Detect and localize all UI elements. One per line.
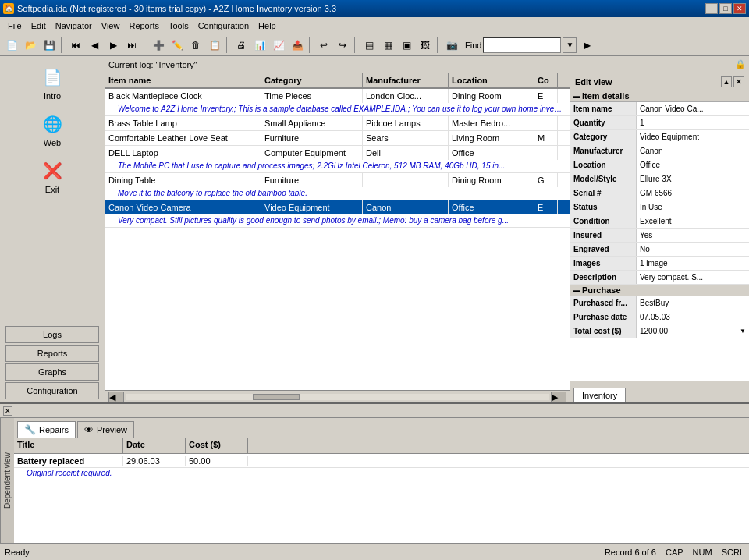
detail-value: Excellent <box>637 214 749 228</box>
inventory-table-body[interactable]: Black Mantlepiece Clock Time Pieces Lond… <box>105 89 570 390</box>
sidebar-label-web: Web <box>44 138 61 147</box>
panel-minimize-button[interactable]: ▲ <box>721 76 732 87</box>
detail-row: Serial # GM 6566 <box>570 186 749 200</box>
menu-file[interactable]: File <box>3 19 27 32</box>
copy-button[interactable]: 📋 <box>206 37 223 54</box>
print-button[interactable]: 🖨 <box>233 37 250 54</box>
tab-repairs[interactable]: 🔧 Repairs <box>17 421 76 438</box>
next-button[interactable]: ▶ <box>105 37 122 54</box>
open-button[interactable]: 📂 <box>22 37 39 54</box>
table-row-main[interactable]: Dining Table Furniture Dining Room G <box>105 173 570 187</box>
camera-button[interactable]: 📷 <box>443 37 460 54</box>
close-button[interactable]: ✕ <box>733 3 746 14</box>
table-row-main[interactable]: Comfortable Leather Love Seat Furniture … <box>105 131 570 145</box>
cell-manufacturer: Sears <box>363 131 449 145</box>
cell-category: Small Appliance <box>261 116 363 130</box>
status-bar: Ready Record 6 of 6 CAP NUM SCRL <box>0 543 749 560</box>
col-header-co[interactable]: Co <box>534 73 558 87</box>
toolbar: 📄 📂 💾 ⏮ ◀ ▶ ⏭ ➕ ✏️ 🗑 📋 🖨 📊 📈 📤 ↩ ↪ ▤ ▦ ▣… <box>0 34 749 56</box>
menu-help[interactable]: Help <box>254 19 281 32</box>
table-row-main[interactable]: Canon Video Camera Video Equipment Canon… <box>105 200 570 214</box>
bottom-close-button[interactable]: ✕ <box>3 406 12 416</box>
cell-location: Office <box>449 200 534 214</box>
sidebar-configuration-button[interactable]: Configuration <box>5 382 99 399</box>
detail-value: Ellure 3X <box>637 172 749 186</box>
row-note: Very compact. Still pictures quality is … <box>105 214 570 227</box>
edit-view-content: ▬ Item details Item name Canon Video Ca.… <box>570 90 749 381</box>
find-dropdown-button[interactable]: ▼ <box>563 37 577 53</box>
col-header-manufacturer[interactable]: Manufacturer <box>363 73 449 87</box>
preview-tab-label: Preview <box>97 425 127 434</box>
table-row-main[interactable]: Black Mantlepiece Clock Time Pieces Lond… <box>105 89 570 103</box>
new-button[interactable]: 📄 <box>3 37 20 54</box>
table-row-main[interactable]: DELL Laptop Computer Equipment Dell Offi… <box>105 146 570 160</box>
redo-button[interactable]: ↪ <box>334 37 351 54</box>
cell-location: Dining Room <box>449 89 534 103</box>
add-button[interactable]: ➕ <box>150 37 167 54</box>
sidebar-item-web[interactable]: 🌐 Web <box>5 106 99 153</box>
find-input[interactable] <box>483 37 561 53</box>
view3-button[interactable]: ▣ <box>398 37 415 54</box>
scroll-right-button[interactable]: ▶ <box>551 392 566 402</box>
repair-col-cost[interactable]: Cost ($) <box>186 438 248 453</box>
menu-tools[interactable]: Tools <box>164 19 193 32</box>
export-button[interactable]: 📤 <box>289 37 306 54</box>
cell-category: Furniture <box>261 173 363 187</box>
save-button[interactable]: 💾 <box>41 37 58 54</box>
sidebar-item-intro[interactable]: 📄 Intro <box>5 59 99 106</box>
menu-navigator[interactable]: Navigator <box>51 19 97 32</box>
menu-reports[interactable]: Reports <box>124 19 164 32</box>
cell-manufacturer: Canon <box>363 200 449 214</box>
sidebar-reports-button[interactable]: Reports <box>5 345 99 362</box>
item-details-toggle-icon[interactable]: ▬ <box>573 92 580 100</box>
view2-button[interactable]: ▦ <box>379 37 396 54</box>
sidebar-item-exit[interactable]: ❌ Exit <box>5 153 99 200</box>
table-row: Canon Video Camera Video Equipment Canon… <box>105 200 570 228</box>
panel-close-button[interactable]: ✕ <box>733 76 744 87</box>
purchase-section-header[interactable]: ▬ Purchase <box>570 285 749 296</box>
undo-button[interactable]: ↩ <box>315 37 332 54</box>
inventory-horizontal-scrollbar[interactable]: ◀ ▶ <box>105 390 570 402</box>
col-header-category[interactable]: Category <box>261 73 363 87</box>
sidebar-logs-button[interactable]: Logs <box>5 326 99 343</box>
chart-button[interactable]: 📈 <box>270 37 287 54</box>
edit-button[interactable]: ✏️ <box>169 37 186 54</box>
find-go-button[interactable]: ▶ <box>578 37 595 54</box>
cell-location: Master Bedro... <box>449 116 534 130</box>
tab-preview[interactable]: 👁 Preview <box>77 421 134 438</box>
tab-inventory[interactable]: Inventory <box>573 388 626 402</box>
col-header-name[interactable]: Item name <box>105 73 261 87</box>
item-details-rows: Item name Canon Video Ca... Quantity 1 C… <box>570 102 749 285</box>
table-row-main[interactable]: Brass Table Lamp Small Appliance Pidcoe … <box>105 116 570 130</box>
last-button[interactable]: ⏭ <box>123 37 140 54</box>
purchase-toggle-icon[interactable]: ▬ <box>573 286 580 294</box>
repair-col-date[interactable]: Date <box>123 438 186 453</box>
dropdown-arrow-icon[interactable]: ▼ <box>740 328 746 335</box>
col-header-location[interactable]: Location <box>449 73 534 87</box>
maximize-button[interactable]: □ <box>719 3 732 14</box>
view4-button[interactable]: 🖼 <box>417 37 434 54</box>
cell-category: Computer Equipment <box>261 146 363 160</box>
cell-manufacturer: Pidcoe Lamps <box>363 116 449 130</box>
first-button[interactable]: ⏮ <box>67 37 84 54</box>
view1-button[interactable]: ▤ <box>360 37 378 54</box>
purchase-section-label: Purchase <box>582 285 621 295</box>
detail-value[interactable]: 1200.00 ▼ <box>637 324 749 338</box>
menu-view[interactable]: View <box>97 19 125 32</box>
item-details-section-header[interactable]: ▬ Item details <box>570 90 749 102</box>
detail-value: Yes <box>637 229 749 242</box>
repair-row: Battery replaced 29.06.03 50.00 Original… <box>14 454 749 479</box>
minimize-button[interactable]: – <box>705 3 718 14</box>
scroll-left-button[interactable]: ◀ <box>108 392 124 402</box>
detail-row: Description Very compact. S... <box>570 271 749 285</box>
repair-row-main[interactable]: Battery replaced 29.06.03 50.00 <box>14 454 749 468</box>
prev-button[interactable]: ◀ <box>86 37 103 54</box>
cell-co <box>534 146 558 160</box>
delete-button[interactable]: 🗑 <box>187 37 204 54</box>
menu-edit[interactable]: Edit <box>27 19 51 32</box>
repair-col-title[interactable]: Title <box>14 438 123 453</box>
sidebar-graphs-button[interactable]: Graphs <box>5 363 99 381</box>
report-button[interactable]: 📊 <box>251 37 268 54</box>
detail-value: No <box>637 243 749 256</box>
menu-configuration[interactable]: Configuration <box>193 19 254 32</box>
